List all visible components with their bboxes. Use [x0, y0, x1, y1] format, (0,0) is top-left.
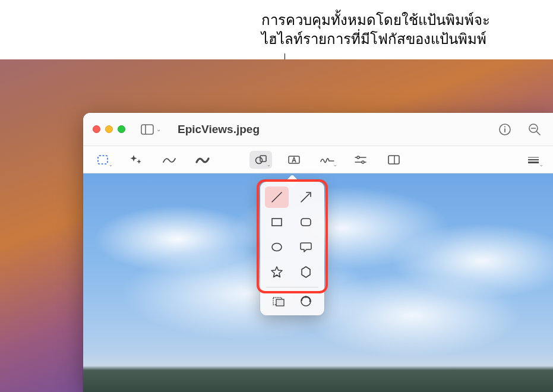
line-icon [270, 190, 284, 204]
selection-icon [97, 154, 109, 165]
svg-point-29 [305, 296, 307, 298]
svg-point-30 [309, 301, 311, 302]
window-title: EpicViews.jpeg [178, 123, 260, 136]
popover-extras [265, 292, 320, 311]
shape-line[interactable] [265, 186, 289, 208]
rectangle-icon [270, 215, 284, 229]
sparkle-icon [129, 154, 143, 166]
sidebar-icon [141, 124, 154, 135]
loupe-icon [299, 295, 312, 308]
callout-text: การควบคุมทั้งหมดโดยใช้แป้นพิมพ์จะ ไฮไลท์… [261, 11, 490, 49]
svg-rect-10 [260, 156, 266, 162]
border-style-tool[interactable]: ⌄ [522, 151, 545, 169]
star-icon [270, 265, 284, 279]
shapes-grid [265, 186, 320, 283]
window-controls [93, 125, 125, 133]
svg-point-9 [256, 157, 263, 163]
shape-oval[interactable] [265, 236, 289, 258]
chevron-down-icon: ⌄ [267, 162, 271, 167]
svg-rect-24 [301, 219, 311, 226]
mask-icon [272, 295, 285, 307]
line-weight-icon [527, 156, 540, 164]
chevron-down-icon: ⌄ [109, 162, 113, 167]
svg-rect-27 [276, 299, 284, 306]
draw-tool[interactable] [191, 151, 214, 169]
shape-mask[interactable] [267, 292, 290, 311]
shape-speech-bubble[interactable] [294, 236, 318, 258]
titlebar-right-controls [498, 123, 543, 136]
shape-rounded-rectangle[interactable] [294, 211, 318, 233]
popover-divider [266, 287, 318, 287]
sketch-icon [162, 155, 176, 165]
svg-line-22 [301, 194, 309, 202]
info-icon [498, 123, 511, 136]
chevron-down-icon: ⌄ [539, 162, 543, 167]
shapes-icon [254, 154, 267, 165]
adjust-color-tool[interactable] [349, 151, 372, 169]
crop-icon [387, 154, 400, 165]
markup-toolbar: ⌄ ⌄ [83, 146, 553, 173]
info-button[interactable] [498, 123, 511, 136]
maximize-button[interactable] [118, 125, 125, 133]
text-tool[interactable] [283, 151, 305, 169]
crop-tool[interactable] [383, 151, 405, 169]
svg-point-25 [272, 244, 282, 251]
callout: การควบคุมทั้งหมดโดยใช้แป้นพิมพ์จะ ไฮไลท์… [0, 7, 553, 67]
svg-line-6 [536, 131, 540, 135]
chevron-down-icon: ⌄ [156, 126, 161, 132]
callout-line-1: การควบคุมทั้งหมดโดยใช้แป้นพิมพ์จะ [261, 11, 490, 30]
arrow-icon [299, 190, 313, 204]
shapes-tool[interactable]: ⌄ [249, 151, 272, 169]
rounded-rectangle-icon [299, 215, 313, 229]
callout-line-2: ไฮไลท์รายการที่มีโฟกัสของแป้นพิมพ์ [261, 30, 490, 49]
zoom-out-icon [528, 123, 541, 136]
svg-point-13 [357, 156, 359, 159]
svg-rect-4 [504, 128, 505, 132]
svg-point-3 [504, 126, 505, 127]
svg-line-21 [272, 192, 282, 202]
sliders-icon [354, 155, 367, 165]
hexagon-icon [299, 265, 313, 279]
text-icon [287, 154, 301, 165]
svg-rect-16 [388, 156, 399, 164]
shapes-popover [260, 182, 324, 315]
shape-arrow[interactable] [294, 186, 318, 208]
shape-loupe[interactable] [294, 292, 318, 311]
svg-point-15 [362, 161, 364, 163]
svg-rect-23 [272, 219, 282, 226]
speech-bubble-icon [299, 240, 313, 254]
chevron-down-icon: ⌄ [333, 162, 337, 167]
sketch-tool[interactable] [158, 151, 181, 169]
sidebar-toggle-button[interactable]: ⌄ [137, 122, 165, 137]
svg-rect-8 [98, 156, 108, 164]
selection-tool[interactable]: ⌄ [91, 151, 114, 169]
draw-icon [195, 155, 210, 165]
close-button[interactable] [93, 125, 100, 133]
shape-star[interactable] [265, 261, 289, 283]
minimize-button[interactable] [105, 125, 113, 133]
shape-hexagon[interactable] [294, 261, 318, 283]
oval-icon [270, 240, 284, 254]
titlebar: ⌄ EpicViews.jpeg [83, 113, 553, 146]
shape-rectangle[interactable] [265, 211, 289, 233]
magic-select-tool[interactable] [125, 151, 147, 169]
zoom-out-button[interactable] [528, 123, 541, 136]
svg-rect-0 [141, 125, 153, 134]
sign-tool[interactable]: ⌄ [316, 151, 339, 169]
